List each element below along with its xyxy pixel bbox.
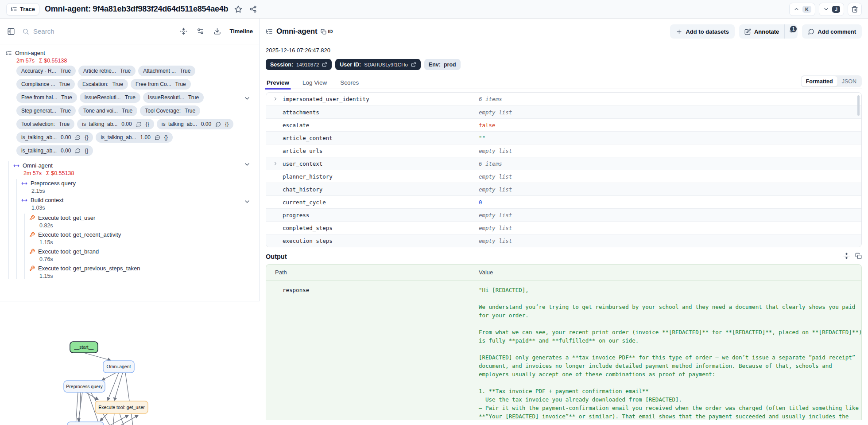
score-badge[interactable]: Article retrie...True	[78, 66, 136, 76]
span-label: Execute tool: get_recent_activity	[38, 231, 121, 238]
span-cost: Σ $0.55138	[39, 58, 67, 64]
tab-log-view[interactable]: Log View	[302, 77, 328, 89]
delete-trace-button[interactable]	[848, 3, 862, 16]
score-badge[interactable]: Escalation:True	[78, 79, 128, 90]
next-trace-button[interactable]: J	[819, 3, 844, 16]
score-badge-extra: {}	[225, 121, 229, 127]
score-badge-label: is_talking_ab...	[162, 121, 197, 127]
span-label: Execute tool: get_previous_steps_taken	[38, 265, 140, 272]
span-icon	[13, 163, 19, 169]
graph-node-build-context[interactable]: Build context	[67, 422, 104, 425]
graph-node--start-[interactable]: __start__	[70, 342, 98, 353]
score-badge[interactable]: Free from Co...True	[131, 79, 191, 90]
search-input[interactable]	[33, 27, 131, 35]
add-comment-button[interactable]: Add comment	[802, 24, 862, 39]
graph-edge	[84, 353, 111, 360]
format-option-json[interactable]: JSON	[837, 76, 861, 86]
score-badge[interactable]: IssueResoluti...True	[143, 92, 204, 103]
preview-row-escalate: escalatefalse	[266, 118, 861, 131]
score-badge-label: Attachment ...	[143, 68, 176, 74]
scrollbar-thumb[interactable]	[857, 95, 860, 116]
copy-output-icon[interactable]	[855, 253, 862, 261]
download-icon[interactable]	[213, 27, 222, 36]
tree-span-row[interactable]: Execute tool: get_recent_activity	[29, 230, 260, 239]
preview-row-user_context[interactable]: user_context6 items	[266, 157, 861, 170]
tree-span-row[interactable]: Omni-agent	[5, 49, 260, 57]
prev-trace-button[interactable]: K	[789, 3, 815, 16]
prev-key-badge: K	[802, 6, 811, 13]
chevron-right-icon[interactable]	[273, 161, 278, 166]
trace-badges: Session:14910372User ID:SDAHUSLy9f1CHoEn…	[266, 59, 862, 70]
score-badge[interactable]: Tool selection:True	[16, 119, 74, 129]
tree-span-row[interactable]: Execute tool: get_user	[29, 214, 260, 222]
preview-row-attachments: attachmentsempty list	[266, 105, 861, 118]
annotate-dropdown-button[interactable]: 1	[784, 24, 798, 39]
preview-row-impersonated_user_identity[interactable]: impersonated_user_identity6 items	[266, 93, 861, 105]
chevron-right-icon[interactable]	[273, 96, 278, 101]
add-to-datasets-button[interactable]: Add to datasets	[670, 24, 735, 39]
share-icon[interactable]	[248, 4, 258, 14]
fold-all-icon[interactable]	[179, 27, 188, 36]
comment-icon	[215, 121, 221, 127]
score-badge-row: Free from hal...TrueIssueResoluti...True…	[16, 92, 253, 103]
trace-sidebar: Timeline Omni-agent2m 57sΣ $0.55138Accur…	[0, 19, 260, 425]
score-badge[interactable]: Attachment ...True	[138, 66, 195, 76]
score-badge[interactable]: IssueResoluti...True	[80, 92, 140, 103]
format-option-formatted[interactable]: Formatted	[802, 76, 837, 86]
collapse-toggle[interactable]	[244, 161, 251, 169]
graph-node-preprocess-query[interactable]: Preprocess query	[64, 381, 105, 392]
trace-badge[interactable]: Trace	[6, 3, 39, 16]
search-box[interactable]	[22, 27, 173, 35]
output-col-path: Path	[275, 269, 287, 276]
list-tree-icon	[11, 6, 17, 12]
preview-value: ""	[479, 135, 485, 141]
tree-span-row[interactable]: Execute tool: get_brand	[29, 247, 260, 256]
badge-label: Session:	[270, 62, 293, 68]
copy-id-button[interactable]: ID	[321, 29, 333, 35]
score-badge[interactable]: is_talking_ab...0.00{}	[16, 132, 93, 143]
collapse-panel-icon[interactable]	[6, 27, 16, 36]
settings-icon[interactable]	[196, 27, 205, 36]
star-icon[interactable]	[233, 4, 243, 14]
trace-badge-session[interactable]: Session:14910372	[266, 59, 332, 70]
tree-span-row[interactable]: Preprocess query	[21, 179, 260, 187]
svg-text:Execute tool: get_user: Execute tool: get_user	[98, 405, 145, 410]
annotate-label: Annotate	[754, 28, 779, 35]
score-badge[interactable]: Step generat...True	[16, 105, 76, 116]
preview-key: escalate	[283, 122, 309, 129]
span-duration: 0.82s	[39, 222, 260, 229]
timeline-button[interactable]: Timeline	[229, 28, 253, 35]
annotate-button[interactable]: Annotate	[739, 24, 784, 39]
score-badge[interactable]: Free from hal...True	[16, 92, 77, 103]
list-tree-icon	[5, 50, 12, 56]
tree-span-row[interactable]: Build context	[21, 196, 260, 204]
graph-node-execute-tool-get-user[interactable]: Execute tool: get_user	[95, 401, 148, 413]
score-badge[interactable]: Compliance ...True	[16, 79, 75, 90]
score-badge[interactable]: is_talking_ab...0.00{}	[157, 119, 233, 129]
score-badge[interactable]: is_talking_ab...1.00{}	[96, 132, 172, 143]
expand-output-icon[interactable]	[843, 253, 850, 261]
score-badge[interactable]: is_talking_ab...0.00{}	[16, 145, 93, 156]
search-icon	[22, 28, 29, 35]
score-badge[interactable]: is_talking_ab...0.00{}	[77, 119, 154, 129]
comment-icon	[155, 135, 160, 140]
tree-span-row[interactable]: Omni-agent	[13, 161, 260, 170]
preview-key: execution_steps	[283, 238, 333, 244]
trace-badge-env[interactable]: Env:prod	[424, 59, 461, 70]
collapse-toggle[interactable]	[244, 198, 251, 207]
comment-icon	[75, 135, 81, 140]
graph-node-omni-agent[interactable]: Omni-agent	[103, 361, 134, 373]
annotate-count-badge: 1	[790, 26, 797, 32]
tab-scores[interactable]: Scores	[339, 77, 360, 89]
observation-title: Omni-agent	[276, 27, 317, 36]
tab-preview[interactable]: Preview	[266, 77, 290, 89]
tree-span-row[interactable]: Execute tool: get_previous_steps_taken	[29, 264, 260, 273]
trace-badge-userid[interactable]: User ID:SDAHUSLy9f1CHo	[335, 59, 421, 70]
score-badge-value: 0.00	[61, 134, 71, 140]
score-badge[interactable]: Tool Coverage:True	[140, 105, 200, 116]
score-badge[interactable]: Tone and voi...True	[78, 105, 137, 116]
output-col-value: Value	[479, 269, 493, 276]
score-badge[interactable]: Accuracy - R...True	[16, 66, 76, 76]
collapse-toggle[interactable]	[244, 95, 251, 103]
span-label: Execute tool: get_brand	[38, 248, 99, 255]
